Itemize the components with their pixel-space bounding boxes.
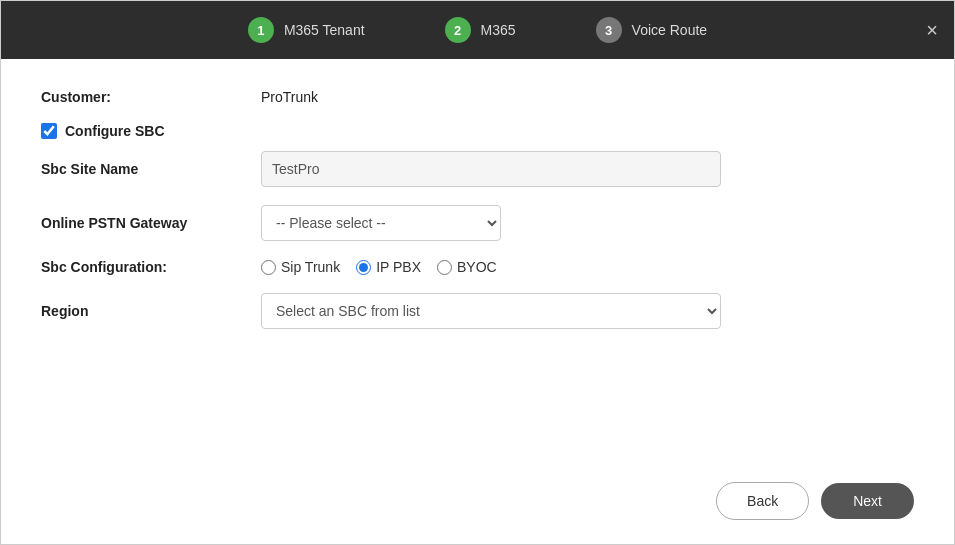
close-button[interactable]: × xyxy=(926,20,938,40)
sbc-site-name-row: Sbc Site Name xyxy=(41,151,914,187)
step-2-circle: 2 xyxy=(445,17,471,43)
online-pstn-gateway-label: Online PSTN Gateway xyxy=(41,215,261,231)
region-row: Region Select an SBC from list xyxy=(41,293,914,329)
online-pstn-gateway-select[interactable]: -- Please select -- xyxy=(261,205,501,241)
byoc-label: BYOC xyxy=(457,259,497,275)
step-1: 1 M365 Tenant xyxy=(248,17,365,43)
byoc-radio[interactable] xyxy=(437,260,452,275)
radio-byoc: BYOC xyxy=(437,259,497,275)
main-dialog: 1 M365 Tenant 2 M365 3 Voice Route × xyxy=(0,0,955,545)
step-1-label: M365 Tenant xyxy=(284,22,365,38)
region-select[interactable]: Select an SBC from list xyxy=(261,293,721,329)
sip-trunk-radio[interactable] xyxy=(261,260,276,275)
online-pstn-gateway-row: Online PSTN Gateway -- Please select -- xyxy=(41,205,914,241)
sip-trunk-label: Sip Trunk xyxy=(281,259,340,275)
sbc-configuration-row: Sbc Configuration: Sip Trunk IP PBX BYOC xyxy=(41,259,914,275)
region-label: Region xyxy=(41,303,261,319)
configure-sbc-label: Configure SBC xyxy=(65,123,165,139)
wizard-steps: 1 M365 Tenant 2 M365 3 Voice Route xyxy=(21,17,934,43)
step-1-circle: 1 xyxy=(248,17,274,43)
step-2: 2 M365 xyxy=(445,17,516,43)
form-content: Customer: ProTrunk Configure SBC Sbc Sit… xyxy=(1,59,954,482)
step-2-label: M365 xyxy=(481,22,516,38)
configure-sbc-row: Configure SBC xyxy=(41,123,914,139)
sbc-configuration-label: Sbc Configuration: xyxy=(41,259,261,275)
customer-label: Customer: xyxy=(41,89,261,105)
dialog-footer: Back Next xyxy=(1,482,954,544)
configure-sbc-checkbox[interactable] xyxy=(41,123,57,139)
radio-ip-pbx: IP PBX xyxy=(356,259,421,275)
customer-row: Customer: ProTrunk xyxy=(41,89,914,105)
sbc-config-radio-group: Sip Trunk IP PBX BYOC xyxy=(261,259,497,275)
ip-pbx-radio[interactable] xyxy=(356,260,371,275)
sbc-site-name-label: Sbc Site Name xyxy=(41,161,261,177)
next-button[interactable]: Next xyxy=(821,483,914,519)
step-3-circle: 3 xyxy=(596,17,622,43)
step-3: 3 Voice Route xyxy=(596,17,708,43)
ip-pbx-label: IP PBX xyxy=(376,259,421,275)
customer-value: ProTrunk xyxy=(261,89,318,105)
wizard-header: 1 M365 Tenant 2 M365 3 Voice Route × xyxy=(1,1,954,59)
radio-sip-trunk: Sip Trunk xyxy=(261,259,340,275)
back-button[interactable]: Back xyxy=(716,482,809,520)
sbc-site-name-input[interactable] xyxy=(261,151,721,187)
step-3-label: Voice Route xyxy=(632,22,708,38)
